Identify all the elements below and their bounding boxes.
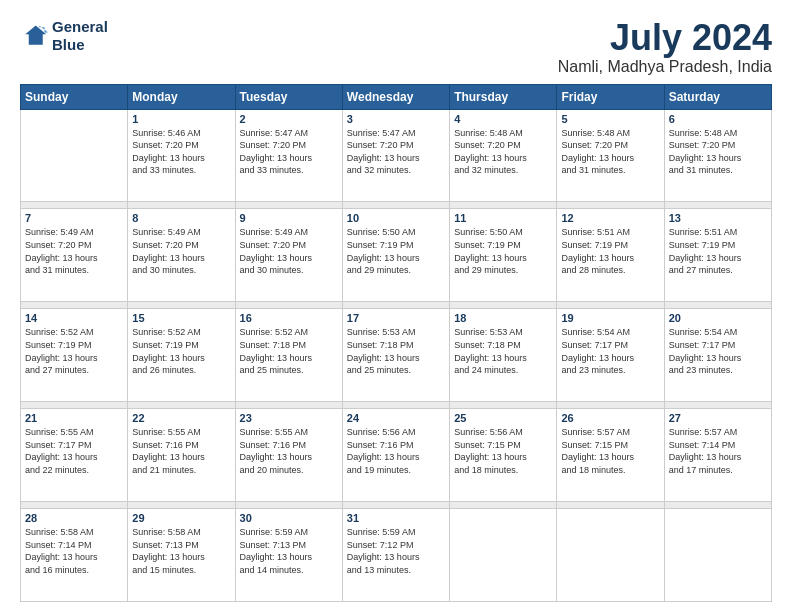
cell-w1-d4: 3Sunrise: 5:47 AMSunset: 7:20 PMDaylight… [342, 109, 449, 202]
divider-row-2 [21, 302, 772, 309]
week-row-2: 7Sunrise: 5:49 AMSunset: 7:20 PMDaylight… [21, 209, 772, 302]
cell-w4-d5: 25Sunrise: 5:56 AMSunset: 7:15 PMDayligh… [450, 409, 557, 502]
day-number: 22 [132, 412, 230, 424]
day-number: 21 [25, 412, 123, 424]
day-number: 18 [454, 312, 552, 324]
day-info: Sunrise: 5:51 AMSunset: 7:19 PMDaylight:… [669, 226, 767, 276]
cell-w3-d2: 15Sunrise: 5:52 AMSunset: 7:19 PMDayligh… [128, 309, 235, 402]
day-info: Sunrise: 5:55 AMSunset: 7:16 PMDaylight:… [240, 426, 338, 476]
cell-w1-d2: 1Sunrise: 5:46 AMSunset: 7:20 PMDaylight… [128, 109, 235, 202]
day-info: Sunrise: 5:49 AMSunset: 7:20 PMDaylight:… [132, 226, 230, 276]
day-number: 19 [561, 312, 659, 324]
col-friday: Friday [557, 84, 664, 109]
cell-w1-d1 [21, 109, 128, 202]
col-thursday: Thursday [450, 84, 557, 109]
day-info: Sunrise: 5:52 AMSunset: 7:19 PMDaylight:… [132, 326, 230, 376]
cell-w1-d7: 6Sunrise: 5:48 AMSunset: 7:20 PMDaylight… [664, 109, 771, 202]
week-row-1: 1Sunrise: 5:46 AMSunset: 7:20 PMDaylight… [21, 109, 772, 202]
day-info: Sunrise: 5:52 AMSunset: 7:19 PMDaylight:… [25, 326, 123, 376]
cell-w2-d5: 11Sunrise: 5:50 AMSunset: 7:19 PMDayligh… [450, 209, 557, 302]
day-number: 12 [561, 212, 659, 224]
col-monday: Monday [128, 84, 235, 109]
day-number: 14 [25, 312, 123, 324]
day-info: Sunrise: 5:48 AMSunset: 7:20 PMDaylight:… [561, 127, 659, 177]
day-number: 2 [240, 113, 338, 125]
day-number: 16 [240, 312, 338, 324]
cell-w3-d6: 19Sunrise: 5:54 AMSunset: 7:17 PMDayligh… [557, 309, 664, 402]
cell-w2-d2: 8Sunrise: 5:49 AMSunset: 7:20 PMDaylight… [128, 209, 235, 302]
day-info: Sunrise: 5:56 AMSunset: 7:15 PMDaylight:… [454, 426, 552, 476]
cell-w3-d7: 20Sunrise: 5:54 AMSunset: 7:17 PMDayligh… [664, 309, 771, 402]
day-number: 30 [240, 512, 338, 524]
page-header: General Blue July 2024 Namli, Madhya Pra… [20, 18, 772, 76]
cell-w5-d6 [557, 509, 664, 602]
day-number: 1 [132, 113, 230, 125]
day-info: Sunrise: 5:51 AMSunset: 7:19 PMDaylight:… [561, 226, 659, 276]
day-info: Sunrise: 5:59 AMSunset: 7:13 PMDaylight:… [240, 526, 338, 576]
day-info: Sunrise: 5:46 AMSunset: 7:20 PMDaylight:… [132, 127, 230, 177]
cell-w5-d1: 28Sunrise: 5:58 AMSunset: 7:14 PMDayligh… [21, 509, 128, 602]
day-info: Sunrise: 5:54 AMSunset: 7:17 PMDaylight:… [669, 326, 767, 376]
day-number: 17 [347, 312, 445, 324]
calendar-table: Sunday Monday Tuesday Wednesday Thursday… [20, 84, 772, 602]
cell-w3-d4: 17Sunrise: 5:53 AMSunset: 7:18 PMDayligh… [342, 309, 449, 402]
cell-w5-d4: 31Sunrise: 5:59 AMSunset: 7:12 PMDayligh… [342, 509, 449, 602]
cell-w2-d4: 10Sunrise: 5:50 AMSunset: 7:19 PMDayligh… [342, 209, 449, 302]
cell-w2-d1: 7Sunrise: 5:49 AMSunset: 7:20 PMDaylight… [21, 209, 128, 302]
day-number: 3 [347, 113, 445, 125]
cell-w4-d1: 21Sunrise: 5:55 AMSunset: 7:17 PMDayligh… [21, 409, 128, 502]
week-row-3: 14Sunrise: 5:52 AMSunset: 7:19 PMDayligh… [21, 309, 772, 402]
day-number: 11 [454, 212, 552, 224]
subtitle: Namli, Madhya Pradesh, India [558, 58, 772, 76]
header-row: Sunday Monday Tuesday Wednesday Thursday… [21, 84, 772, 109]
cell-w5-d3: 30Sunrise: 5:59 AMSunset: 7:13 PMDayligh… [235, 509, 342, 602]
title-block: July 2024 Namli, Madhya Pradesh, India [558, 18, 772, 76]
day-number: 6 [669, 113, 767, 125]
day-number: 29 [132, 512, 230, 524]
day-number: 26 [561, 412, 659, 424]
day-info: Sunrise: 5:50 AMSunset: 7:19 PMDaylight:… [347, 226, 445, 276]
cell-w5-d5 [450, 509, 557, 602]
day-info: Sunrise: 5:47 AMSunset: 7:20 PMDaylight:… [347, 127, 445, 177]
cell-w4-d6: 26Sunrise: 5:57 AMSunset: 7:15 PMDayligh… [557, 409, 664, 502]
divider-row-3 [21, 402, 772, 409]
cell-w4-d3: 23Sunrise: 5:55 AMSunset: 7:16 PMDayligh… [235, 409, 342, 502]
cell-w2-d6: 12Sunrise: 5:51 AMSunset: 7:19 PMDayligh… [557, 209, 664, 302]
cell-w3-d5: 18Sunrise: 5:53 AMSunset: 7:18 PMDayligh… [450, 309, 557, 402]
logo-icon [20, 22, 48, 50]
day-info: Sunrise: 5:53 AMSunset: 7:18 PMDaylight:… [454, 326, 552, 376]
day-info: Sunrise: 5:59 AMSunset: 7:12 PMDaylight:… [347, 526, 445, 576]
week-row-5: 28Sunrise: 5:58 AMSunset: 7:14 PMDayligh… [21, 509, 772, 602]
day-info: Sunrise: 5:55 AMSunset: 7:17 PMDaylight:… [25, 426, 123, 476]
col-sunday: Sunday [21, 84, 128, 109]
day-info: Sunrise: 5:57 AMSunset: 7:14 PMDaylight:… [669, 426, 767, 476]
day-info: Sunrise: 5:50 AMSunset: 7:19 PMDaylight:… [454, 226, 552, 276]
day-number: 5 [561, 113, 659, 125]
logo: General Blue [20, 18, 108, 54]
day-info: Sunrise: 5:56 AMSunset: 7:16 PMDaylight:… [347, 426, 445, 476]
main-title: July 2024 [558, 18, 772, 58]
day-info: Sunrise: 5:47 AMSunset: 7:20 PMDaylight:… [240, 127, 338, 177]
divider-row-4 [21, 502, 772, 509]
day-number: 4 [454, 113, 552, 125]
day-number: 20 [669, 312, 767, 324]
cell-w2-d7: 13Sunrise: 5:51 AMSunset: 7:19 PMDayligh… [664, 209, 771, 302]
col-tuesday: Tuesday [235, 84, 342, 109]
day-number: 10 [347, 212, 445, 224]
day-info: Sunrise: 5:48 AMSunset: 7:20 PMDaylight:… [454, 127, 552, 177]
day-info: Sunrise: 5:49 AMSunset: 7:20 PMDaylight:… [240, 226, 338, 276]
day-number: 23 [240, 412, 338, 424]
day-info: Sunrise: 5:54 AMSunset: 7:17 PMDaylight:… [561, 326, 659, 376]
divider-row-1 [21, 202, 772, 209]
cell-w5-d2: 29Sunrise: 5:58 AMSunset: 7:13 PMDayligh… [128, 509, 235, 602]
day-number: 25 [454, 412, 552, 424]
cell-w1-d3: 2Sunrise: 5:47 AMSunset: 7:20 PMDaylight… [235, 109, 342, 202]
cell-w3-d1: 14Sunrise: 5:52 AMSunset: 7:19 PMDayligh… [21, 309, 128, 402]
day-number: 24 [347, 412, 445, 424]
day-number: 31 [347, 512, 445, 524]
day-info: Sunrise: 5:58 AMSunset: 7:14 PMDaylight:… [25, 526, 123, 576]
col-wednesday: Wednesday [342, 84, 449, 109]
day-info: Sunrise: 5:57 AMSunset: 7:15 PMDaylight:… [561, 426, 659, 476]
day-info: Sunrise: 5:49 AMSunset: 7:20 PMDaylight:… [25, 226, 123, 276]
cell-w5-d7 [664, 509, 771, 602]
